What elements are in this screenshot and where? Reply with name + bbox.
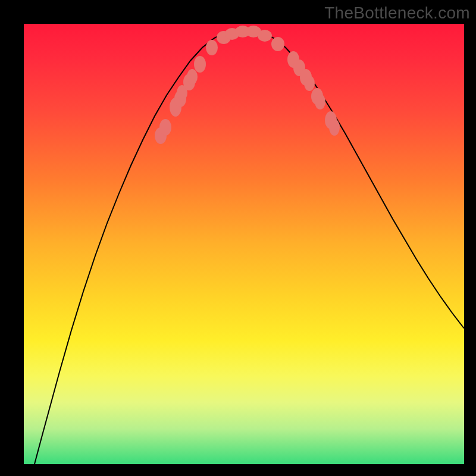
bottleneck-curve <box>35 30 464 464</box>
data-marker <box>194 56 206 73</box>
data-marker <box>315 94 325 109</box>
chart-frame: TheBottleneck.com <box>0 0 476 476</box>
data-marker <box>304 76 315 91</box>
data-marker <box>271 37 284 51</box>
data-marker <box>159 119 171 136</box>
data-marker <box>258 30 272 42</box>
plot-overlay <box>24 24 464 464</box>
marker-points <box>155 26 340 144</box>
data-marker <box>329 119 340 136</box>
watermark-text: TheBottleneck.com <box>324 4 470 23</box>
plot-area <box>24 24 464 464</box>
data-marker <box>206 40 218 55</box>
data-marker <box>187 69 198 84</box>
